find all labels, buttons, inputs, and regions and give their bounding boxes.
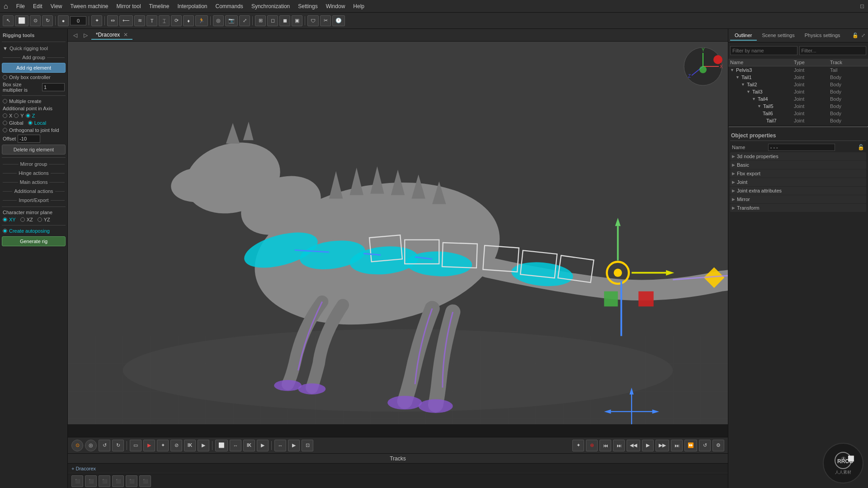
nav-cube[interactable]: X Y Z — [683, 46, 723, 87]
tab-scene-settings[interactable]: Scene settings — [758, 31, 799, 41]
autoposing-radio[interactable] — [3, 229, 7, 233]
panel-lock-btn[interactable]: 🔓 — [851, 32, 859, 39]
outliner-item-tail7[interactable]: Tail7 Joint Body — [728, 117, 868, 124]
window-maximize-icon[interactable]: ⊡ — [860, 3, 864, 9]
motion-path-btn[interactable]: ▭ — [130, 440, 142, 451]
ik2-next-btn[interactable]: ▶ — [257, 440, 269, 451]
outliner-item-tail5[interactable]: ▼Tail5 Joint Body — [728, 103, 868, 110]
snap-btn[interactable]: ✦ — [572, 440, 584, 451]
prop-section-3d-node[interactable]: ▶ 3d node properties — [730, 152, 866, 160]
pose-next-btn[interactable]: ▶ — [288, 440, 300, 451]
nav-back-btn[interactable]: ◁ — [71, 31, 80, 39]
grid-btn[interactable]: ⊞ — [255, 15, 266, 26]
expand-btn[interactable]: ⤢ — [239, 15, 250, 26]
multiple-create-radio[interactable] — [3, 99, 7, 103]
constraint-btn[interactable]: ⊘ — [170, 440, 182, 451]
prop-section-fbx[interactable]: ▶ Fbx export — [730, 169, 866, 178]
mirror-group-section[interactable]: Mirror group — [2, 160, 66, 169]
mirror-yz-radio[interactable] — [38, 217, 42, 222]
outliner-item-tail1[interactable]: ▼Tail1 Joint Body — [728, 74, 868, 81]
filter-input2[interactable] — [799, 46, 867, 55]
playback-ring-btn[interactable]: ⊙ — [71, 440, 83, 451]
menu-commands[interactable]: Commands — [212, 2, 247, 10]
play-btn[interactable]: ▶ — [143, 440, 155, 451]
main-actions-section[interactable]: Main actions — [2, 178, 66, 187]
outliner-item-tail4[interactable]: ▼Tail4 Joint Body — [728, 95, 868, 103]
menu-interpolation[interactable]: Interpolation — [174, 2, 211, 10]
tool4-btn[interactable]: T — [146, 15, 157, 26]
filter-input[interactable] — [730, 46, 797, 55]
panel-expand-btn[interactable]: ⤢ — [860, 32, 866, 39]
track-btn3[interactable]: ⬛ — [99, 475, 110, 487]
cube2-btn[interactable]: ◼ — [279, 15, 290, 26]
playback-undo-btn[interactable]: ↺ — [99, 440, 110, 451]
menu-settings[interactable]: Settings — [294, 2, 321, 10]
prop-section-joint[interactable]: ▶ Joint — [730, 178, 866, 186]
tool3-btn[interactable]: ≋ — [134, 15, 145, 26]
ik2-btn[interactable]: IK — [243, 440, 255, 451]
loop-btn[interactable]: ↺ — [699, 440, 711, 451]
grid2-btn[interactable]: ⊡ — [302, 440, 313, 451]
shield-btn[interactable]: 🛡 — [307, 15, 319, 26]
track-btn4[interactable]: ⬛ — [112, 475, 124, 487]
play-main-btn[interactable]: ▶ — [642, 440, 654, 451]
tab-physics-settings[interactable]: Physics settings — [800, 31, 845, 41]
menu-edit[interactable]: Edit — [29, 2, 46, 10]
generate-rig-btn[interactable]: Generate rig — [2, 236, 66, 246]
prop-section-transform[interactable]: ▶ Transform — [730, 204, 866, 212]
prev-btn[interactable]: ◀◀ — [627, 440, 640, 451]
mirror-xz-radio[interactable] — [20, 217, 25, 222]
circle-btn[interactable]: ● — [58, 15, 69, 26]
pose-btn[interactable]: ↔ — [274, 440, 286, 451]
menu-mirror-tool[interactable]: Mirror tool — [113, 2, 145, 10]
menu-file[interactable]: File — [13, 2, 28, 10]
menu-synchronization[interactable]: Synchronization — [248, 2, 293, 10]
tab-outliner[interactable]: Outliner — [730, 31, 757, 41]
menu-timeline[interactable]: Timeline — [146, 2, 173, 10]
import-export-section[interactable]: Import/Export — [2, 196, 66, 205]
tool6-btn[interactable]: ⟳ — [171, 15, 182, 26]
outliner-item-tail3[interactable]: ▼Tail3 Joint Body — [728, 88, 868, 95]
viewport-canvas[interactable]: X Y Z — [68, 42, 728, 424]
settings2-btn[interactable]: ⚙ — [712, 440, 724, 451]
prop-section-mirror[interactable]: ▶ Mirror — [730, 195, 866, 203]
attach-btn[interactable]: ↔ — [230, 440, 241, 451]
box-select-btn[interactable]: ⬜ — [15, 15, 28, 26]
scissors-btn[interactable]: ✂ — [320, 15, 331, 26]
menu-view[interactable]: View — [47, 2, 66, 10]
cursor-btn[interactable]: ✦ — [91, 15, 102, 26]
playback-circle-btn[interactable]: ◎ — [85, 440, 97, 451]
lasso-btn[interactable]: ⊙ — [30, 15, 41, 26]
local-radio[interactable] — [28, 121, 33, 125]
hinge-actions-section[interactable]: Hinge actions — [2, 169, 66, 178]
orthogonal-radio[interactable] — [3, 128, 7, 132]
offset-input[interactable] — [18, 135, 40, 143]
outliner-item-tail6[interactable]: Tail6 Joint Body — [728, 110, 868, 117]
name-prop-lock-btn[interactable]: 🔓 — [858, 144, 864, 150]
prop-section-joint-extra[interactable]: ▶ Joint extra attributes — [730, 187, 866, 195]
quick-rigging-section[interactable]: ▼ Quick rigging tool — [2, 44, 66, 53]
prev-key-btn[interactable]: ⏭ — [613, 440, 625, 451]
playback-redo-btn[interactable]: ↻ — [112, 440, 124, 451]
tool8-btn[interactable]: 🏃 — [195, 15, 208, 26]
frame-btn[interactable]: ⬜ — [215, 440, 228, 451]
ik-btn[interactable]: IK — [184, 440, 196, 451]
track-btn6[interactable]: ⬛ — [139, 475, 151, 487]
menu-help[interactable]: Help — [349, 2, 368, 10]
tool1-btn[interactable]: ⇔ — [107, 15, 118, 26]
camera-btn[interactable]: 📷 — [225, 15, 238, 26]
pivot-btn[interactable]: ⊕ — [586, 440, 598, 451]
circle2-btn[interactable]: ◎ — [213, 15, 224, 26]
box-size-input[interactable] — [42, 83, 65, 91]
delete-rig-btn[interactable]: Delete rig element — [2, 145, 66, 155]
clock-btn[interactable]: 🕐 — [332, 15, 345, 26]
cube1-btn[interactable]: ◻ — [267, 15, 278, 26]
mirror-xy-radio[interactable] — [3, 217, 7, 222]
axis-z-radio[interactable] — [26, 113, 30, 118]
viewport-tab-dracorex[interactable]: *Dracorex ✕ — [91, 31, 132, 40]
track-btn2[interactable]: ⬛ — [85, 475, 97, 487]
rotate-btn[interactable]: ↻ — [42, 15, 53, 26]
axis-y-radio[interactable] — [14, 113, 19, 118]
select-tool-btn[interactable]: ↖ — [3, 15, 14, 26]
tool7-btn[interactable]: ♦ — [183, 15, 194, 26]
